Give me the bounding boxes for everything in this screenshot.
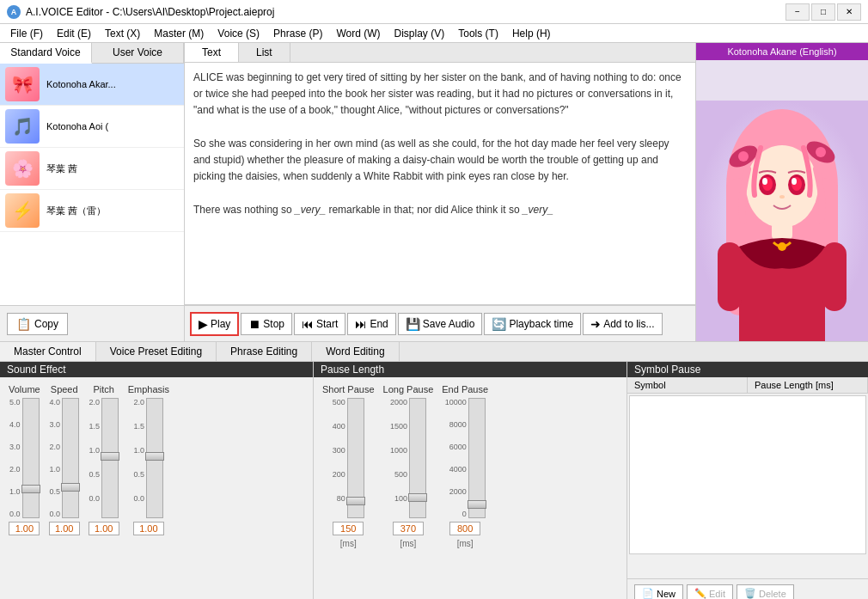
voice-item-kotoba-akane[interactable]: 🌸 琴葉 茜 xyxy=(0,148,184,190)
play-label: Play xyxy=(211,318,230,330)
menu-display[interactable]: Display (V) xyxy=(388,26,452,41)
sound-effect-title: Sound Effect xyxy=(0,362,313,377)
tab-text[interactable]: Text xyxy=(185,43,239,62)
menu-phrase[interactable]: Phrase (P) xyxy=(266,26,329,41)
end-button[interactable]: ⏭ End xyxy=(347,313,395,335)
sound-effect-sliders: Volume 5.04.03.02.01.00.0 1.00 Speed xyxy=(0,377,313,599)
tab-voice-preset[interactable]: Voice Preset Editing xyxy=(96,342,217,361)
start-icon: ⏮ xyxy=(302,317,314,331)
volume-value: 1.00 xyxy=(9,522,40,535)
symbol-pause-panel: Symbol Pause Symbol Pause Length [ms] 📄 … xyxy=(627,362,868,599)
svg-point-7 xyxy=(816,147,826,157)
voice-item-kotonoha-aoi[interactable]: 🎵 Kotonoha Aoi ( xyxy=(0,106,184,148)
text-tabs: Text List xyxy=(185,43,695,63)
tab-phrase-editing[interactable]: Phrase Editing xyxy=(217,342,312,361)
short-pause-slider-col: Short Pause 50040030020080 150 [ms] xyxy=(322,384,375,548)
save-audio-label: Save Audio xyxy=(423,318,475,330)
menu-file[interactable]: File (F) xyxy=(3,26,50,41)
end-pause-handle[interactable] xyxy=(468,500,486,509)
pitch-track[interactable] xyxy=(101,398,119,518)
center-panel: Text List ALICE was beginning to get ver… xyxy=(185,43,696,341)
speed-track[interactable] xyxy=(62,398,79,518)
svg-rect-16 xyxy=(772,223,792,240)
text-area-wrapper: ALICE was beginning to get very tired of… xyxy=(185,63,695,305)
svg-point-13 xyxy=(762,178,767,185)
save-audio-button[interactable]: 💾 Save Audio xyxy=(398,313,483,335)
add-to-list-button[interactable]: ➜ Add to lis... xyxy=(583,313,662,335)
bottom-section: Master Control Voice Preset Editing Phra… xyxy=(0,341,868,599)
add-icon: ➜ xyxy=(590,317,601,331)
menu-tools[interactable]: Tools (T) xyxy=(451,26,505,41)
copy-button[interactable]: 📋 Copy xyxy=(7,313,68,335)
voice-item-kotoba-akane-thunder[interactable]: ⚡ 琴葉 茜（雷） xyxy=(0,190,184,232)
menu-word[interactable]: Word (W) xyxy=(329,26,387,41)
voice-name-2: 琴葉 茜 xyxy=(46,162,77,174)
maximize-button[interactable]: □ xyxy=(811,3,835,21)
close-button[interactable]: ✕ xyxy=(837,3,861,21)
main-area: Standard Voice User Voice 🎀 Kotonoha Aka… xyxy=(0,43,868,341)
tab-word-editing[interactable]: Word Editing xyxy=(312,342,399,361)
long-pause-track[interactable] xyxy=(409,398,426,518)
pitch-handle[interactable] xyxy=(101,452,119,461)
symbol-table-header: Symbol Pause Length [ms] xyxy=(627,377,868,394)
pitch-slider-col: Pitch 2.01.51.00.50.0 1.00 xyxy=(89,384,119,535)
emphasis-handle[interactable] xyxy=(145,452,164,461)
short-pause-unit: [ms] xyxy=(340,539,357,548)
symbol-table: Symbol Pause Length [ms] xyxy=(627,377,868,578)
menu-voice[interactable]: Voice (S) xyxy=(211,26,266,41)
menu-help[interactable]: Help (H) xyxy=(505,26,558,41)
menu-master[interactable]: Master (M) xyxy=(147,26,211,41)
long-pause-label: Long Pause xyxy=(383,384,434,394)
volume-label: Volume xyxy=(9,384,40,394)
menu-text[interactable]: Text (X) xyxy=(98,26,147,41)
minimize-button[interactable]: − xyxy=(785,3,810,21)
start-label: Start xyxy=(316,318,338,330)
speed-handle[interactable] xyxy=(61,483,80,492)
voice-name-3: 琴葉 茜（雷） xyxy=(46,205,106,217)
end-label: End xyxy=(370,318,388,330)
voice-panel: Standard Voice User Voice 🎀 Kotonoha Aka… xyxy=(0,43,185,341)
play-button[interactable]: ▶ Play xyxy=(190,312,239,336)
svg-point-6 xyxy=(738,151,749,162)
menubar: File (F) Edit (E) Text (X) Master (M) Vo… xyxy=(0,24,868,43)
clock-icon: 🔄 xyxy=(492,317,506,331)
tab-standard-voice[interactable]: Standard Voice xyxy=(0,43,92,64)
voice-item-kotonoha-akane[interactable]: 🎀 Kotonoha Akar... xyxy=(0,64,184,106)
symbol-buttons: 📄 New ✏️ Edit 🗑️ Delete xyxy=(627,578,868,599)
long-pause-handle[interactable] xyxy=(408,493,427,502)
volume-handle[interactable] xyxy=(21,485,40,493)
stop-button[interactable]: ⏹ Stop xyxy=(241,313,292,335)
end-pause-track[interactable] xyxy=(468,398,486,518)
short-pause-label: Short Pause xyxy=(322,384,375,394)
tab-user-voice[interactable]: User Voice xyxy=(92,43,184,63)
edit-icon: ✏️ xyxy=(694,588,706,599)
stop-icon: ⏹ xyxy=(248,317,260,331)
playback-time-button[interactable]: 🔄 Playback time xyxy=(484,313,581,335)
short-pause-value: 150 xyxy=(333,522,364,535)
long-pause-slider-col: Long Pause 200015001000500100 370 [ms] xyxy=(383,384,434,548)
titlebar: A A.I.VOICE Editor - C:\Users\AI\Desktop… xyxy=(0,0,868,24)
tab-master-control[interactable]: Master Control xyxy=(0,342,96,361)
text-content[interactable]: ALICE was beginning to get very tired of… xyxy=(185,63,695,304)
pitch-label: Pitch xyxy=(93,384,113,394)
symbol-col-header: Symbol xyxy=(627,377,748,393)
edit-label: Edit xyxy=(709,589,725,599)
voice-list: 🎀 Kotonoha Akar... 🎵 Kotonoha Aoi ( 🌸 琴葉… xyxy=(0,64,184,305)
short-pause-track[interactable] xyxy=(347,398,364,518)
voice-name-1: Kotonoha Aoi ( xyxy=(46,120,108,132)
menu-edit[interactable]: Edit (E) xyxy=(50,26,98,41)
emphasis-track[interactable] xyxy=(146,398,163,518)
tab-list[interactable]: List xyxy=(239,43,290,62)
end-pause-label: End Pause xyxy=(442,384,488,394)
start-button[interactable]: ⏮ Start xyxy=(294,313,345,335)
short-pause-handle[interactable] xyxy=(346,497,365,505)
volume-slider-col: Volume 5.04.03.02.01.00.0 1.00 xyxy=(9,384,40,535)
new-symbol-button[interactable]: 📄 New xyxy=(634,584,683,599)
delete-symbol-button[interactable]: 🗑️ Delete xyxy=(737,584,794,599)
symbol-table-body xyxy=(629,395,866,554)
edit-symbol-button[interactable]: ✏️ Edit xyxy=(687,584,733,599)
character-illustration xyxy=(696,101,868,341)
pause-length-panel: Pause Length Short Pause 50040030020080 … xyxy=(314,362,627,599)
speed-label: Speed xyxy=(51,384,78,394)
volume-track[interactable] xyxy=(22,398,40,518)
